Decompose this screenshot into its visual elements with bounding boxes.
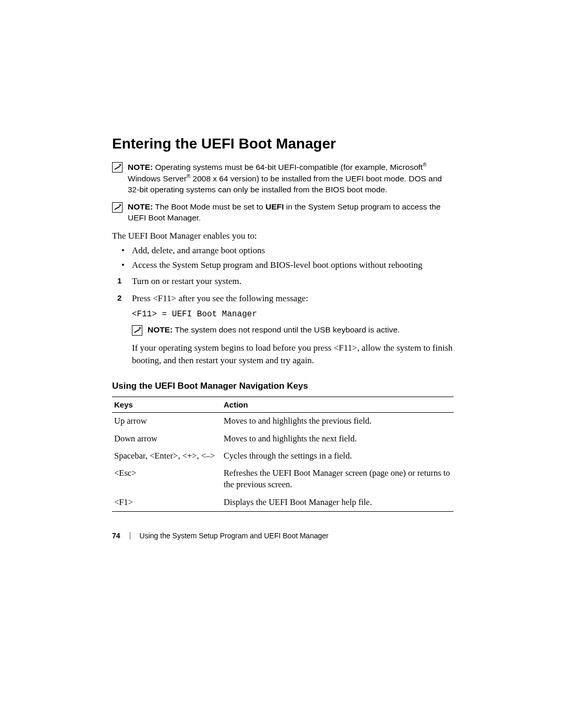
note-label: NOTE: <box>148 325 173 334</box>
intro-paragraph: The UEFI Boot Manager enables you to: <box>112 230 454 242</box>
step-number: 1 <box>117 275 121 287</box>
table-cell-action: Refreshes the UEFI Boot Manager screen (… <box>222 465 454 494</box>
table-row: Down arrow Moves to and highlights the n… <box>112 430 454 448</box>
page-number: 74 <box>112 532 120 540</box>
note-1-part-b: Windows Server <box>128 174 187 183</box>
note-2-text: NOTE: The Boot Mode must be set to UEFI … <box>128 202 454 224</box>
table-cell-action: Cycles through the settings in a field. <box>222 448 454 465</box>
reg-mark-1: ® <box>423 162 426 168</box>
table-cell-key: Spacebar, <Enter>, <+>, <–> <box>112 448 222 465</box>
step-number: 2 <box>117 292 121 304</box>
footer-separator <box>130 532 130 539</box>
bullet-item: Access the System Setup program and BIOS… <box>112 259 454 272</box>
note-icon <box>132 325 142 336</box>
steps-list: 1 Turn on or restart your system. 2 Pres… <box>112 275 454 366</box>
table-cell-key: <F1> <box>112 494 222 512</box>
step-1: 1 Turn on or restart your system. <box>112 275 454 288</box>
subheading: Using the UEFI Boot Manager Navigation K… <box>112 381 454 391</box>
table-cell-key: Down arrow <box>112 430 222 448</box>
table-cell-action: Moves to and highlights the previous fie… <box>222 413 454 430</box>
note-3: NOTE: The system does not respond until … <box>132 325 454 336</box>
bullet-item: Add, delete, and arrange boot options <box>112 244 454 257</box>
page-heading: Entering the UEFI Boot Manager <box>112 135 454 152</box>
note-1-text: NOTE: Operating systems must be 64-bit U… <box>128 162 454 195</box>
note-2-part-a: The Boot Mode must be set to <box>153 202 265 211</box>
step-2-code: <F11> = UEFI Boot Manager <box>132 309 454 320</box>
bullet-list: Add, delete, and arrange boot options Ac… <box>112 244 454 272</box>
page-footer: 74 Using the System Setup Program and UE… <box>112 532 328 540</box>
navigation-keys-table: Keys Action Up arrow Moves to and highli… <box>112 397 454 512</box>
table-header-keys: Keys <box>112 397 222 413</box>
note-3-body: The system does not respond until the US… <box>173 325 400 334</box>
note-label: NOTE: <box>128 163 153 171</box>
note-2: NOTE: The Boot Mode must be set to UEFI … <box>112 202 454 224</box>
table-row: Up arrow Moves to and highlights the pre… <box>112 413 454 430</box>
table-row: <Esc> Refreshes the UEFI Boot Manager sc… <box>112 465 454 494</box>
note-3-text: NOTE: The system does not respond until … <box>148 325 400 336</box>
step-2-followup: If your operating system begins to load … <box>132 342 454 367</box>
table-row: Spacebar, <Enter>, <+>, <–> Cycles throu… <box>112 448 454 465</box>
step-2-text: Press <F11> after you see the following … <box>132 293 308 303</box>
note-label: NOTE: <box>128 202 153 211</box>
note-icon <box>112 202 123 213</box>
page-content: Entering the UEFI Boot Manager NOTE: Ope… <box>112 135 454 512</box>
table-cell-key: Up arrow <box>112 413 222 430</box>
step-1-text: Turn on or restart your system. <box>132 276 241 286</box>
table-header-action: Action <box>222 397 454 413</box>
note-2-uefi: UEFI <box>265 202 284 211</box>
footer-title: Using the System Setup Program and UEFI … <box>140 532 329 540</box>
table-cell-action: Moves to and highlights the next field. <box>222 430 454 448</box>
note-1-part-a: Operating systems must be 64-bit UEFI-co… <box>153 163 423 171</box>
note-icon <box>112 162 123 172</box>
table-cell-action: Displays the UEFI Boot Manager help file… <box>222 494 454 512</box>
note-1: NOTE: Operating systems must be 64-bit U… <box>112 162 454 195</box>
step-2: 2 Press <F11> after you see the followin… <box>112 292 454 366</box>
table-cell-key: <Esc> <box>112 465 222 494</box>
table-row: <F1> Displays the UEFI Boot Manager help… <box>112 494 454 512</box>
